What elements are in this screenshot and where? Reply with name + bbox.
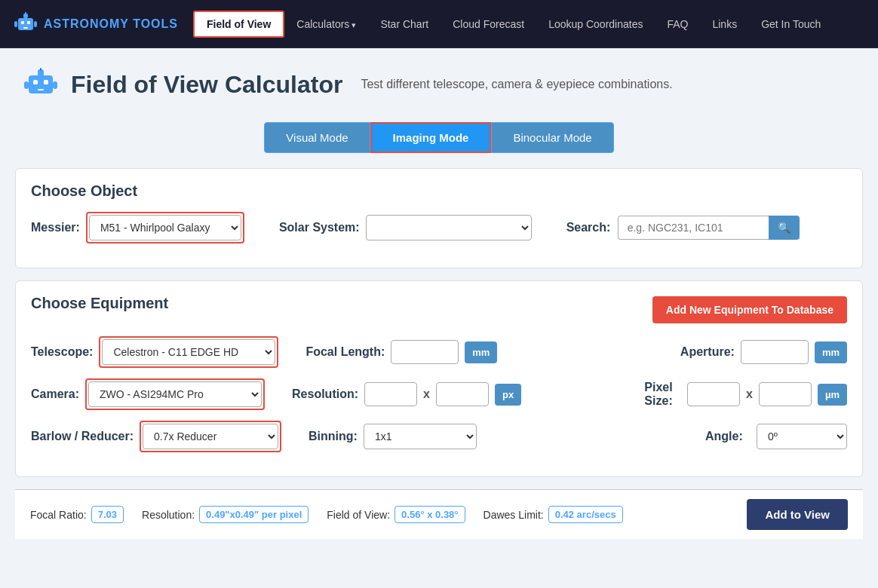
pixel-size-unit: µm [818,384,847,406]
search-group: Search: 🔍 [566,216,800,240]
fov-value: 0.56° x 0.38° [394,506,465,523]
dawes-value: 0.42 arc/secs [548,506,623,523]
binning-group: Binning: 1x1 2x2 3x3 4x4 [309,424,477,449]
mode-tabs: Visual Mode Imaging Mode Binocular Mode [15,122,863,153]
barlow-select-wrapper: 0.7x Reducer 1x (None) 2x Barlow 3x Barl… [140,421,281,452]
barlow-group: Barlow / Reducer: 0.7x Reducer 1x (None)… [31,421,281,452]
pixel-size-group: PixelSize: 4.63 x 4.63 µm [636,381,847,408]
footer-bar: Focal Ratio: 7.03 Resolution: 0.49"x0.49… [15,489,863,539]
svg-rect-14 [24,81,29,89]
focal-length-input[interactable]: 2800.00 [391,340,459,364]
tab-imaging-mode[interactable]: Imaging Mode [370,122,492,153]
main-content: Field of View Calculator Test different … [0,48,878,588]
resolution-y-input[interactable]: 2822. [436,382,489,406]
nav-item-contact[interactable]: Get In Touch [749,12,833,36]
pixel-size-x-separator: x [746,387,753,401]
solar-group: Solar System: Mercury Venus Mars Jupiter… [279,215,532,240]
svg-rect-8 [29,75,53,93]
binning-select[interactable]: 1x1 2x2 3x3 4x4 [364,424,477,449]
resolution-x-separator: x [423,387,430,401]
focal-ratio-stat: Focal Ratio: 7.03 [30,506,124,523]
svg-rect-6 [14,21,17,27]
nav-item-cloudforecast[interactable]: Cloud Forecast [441,12,536,36]
messier-select[interactable]: M51 - Whirlpool Galaxy M31 - Andromeda G… [89,215,241,240]
page-subtitle: Test different telescope, camera & eyepi… [361,78,672,91]
svg-rect-5 [25,12,26,15]
messier-label: Messier: [31,221,80,234]
telescope-select[interactable]: Celestron - C11 EDGE HD Celestron - C8 E… [102,339,275,365]
search-input-group: 🔍 [618,216,800,240]
search-input[interactable] [618,216,769,240]
barlow-select[interactable]: 0.7x Reducer 1x (None) 2x Barlow 3x Barl… [143,424,278,449]
telescope-label: Telescope: [31,345,93,359]
nav-items: Field of View Calculators Star Chart Clo… [193,11,870,38]
svg-rect-11 [38,89,44,90]
choose-object-title: Choose Object [31,182,847,200]
svg-rect-3 [23,27,28,29]
svg-rect-15 [53,81,57,89]
resolution-x-input[interactable]: 4144. [364,382,417,406]
barlow-row: Barlow / Reducer: 0.7x Reducer 1x (None)… [31,421,847,452]
svg-rect-2 [27,21,30,24]
resolution-label: Resolution: [292,387,358,401]
aperture-unit: mm [815,341,847,363]
focal-ratio-value: 7.03 [91,506,124,523]
site-logo[interactable]: ASTRONOMY TOOLS [8,11,178,38]
fov-stat: Field of View: 0.56° x 0.38° [327,506,465,523]
camera-select[interactable]: ZWO - ASI294MC Pro ZWO - ASI1600MM Pro C… [88,381,262,407]
svg-rect-9 [33,80,38,84]
page-title: Field of View Calculator [71,71,342,99]
solar-label: Solar System: [279,221,360,234]
pixel-size-y-input[interactable]: 4.63 [759,382,812,406]
nav-item-faq[interactable]: FAQ [655,12,700,36]
choose-object-section: Choose Object Messier: M51 - Whirlpool G… [15,168,863,268]
tab-visual-mode[interactable]: Visual Mode [264,122,370,153]
dawes-stat: Dawes Limit: 0.42 arc/secs [484,506,623,523]
search-label: Search: [566,221,612,234]
focal-length-group: Focal Length: 2800.00 mm [305,340,497,364]
svg-rect-10 [44,80,48,84]
nav-item-lookup[interactable]: Lookup Coordinates [536,12,655,36]
pixel-size-x-input[interactable]: 4.63 [687,382,740,406]
equipment-header: Choose Equipment Add New Equipment To Da… [31,295,847,324]
telescope-select-wrapper: Celestron - C11 EDGE HD Celestron - C8 E… [99,336,278,368]
camera-row: Camera: ZWO - ASI294MC Pro ZWO - ASI1600… [31,378,847,410]
telescope-row: Telescope: Celestron - C11 EDGE HD Celes… [31,336,847,368]
page-header: Field of View Calculator Test different … [15,48,863,115]
add-equipment-button[interactable]: Add New Equipment To Database [652,296,847,323]
nav-item-calculators[interactable]: Calculators [284,12,368,36]
camera-group: Camera: ZWO - ASI294MC Pro ZWO - ASI1600… [31,378,265,410]
fov-label: Field of View: [327,509,390,521]
angle-label: Angle: [705,430,751,443]
resolution-group: Resolution: 4144. x 2822. px [292,382,521,406]
choose-equipment-title: Choose Equipment [31,295,168,312]
angle-group: Angle: 0º 45º 90º 135º 180º [705,424,847,449]
logo-text: ASTRONOMY TOOLS [44,17,178,31]
dawes-label: Dawes Limit: [484,509,544,521]
messier-group: Messier: M51 - Whirlpool Galaxy M31 - An… [31,212,244,243]
add-to-view-button[interactable]: Add to View [747,499,848,530]
camera-label: Camera: [31,387,79,401]
messier-select-wrapper: M51 - Whirlpool Galaxy M31 - Andromeda G… [86,212,244,243]
solar-select[interactable]: Mercury Venus Mars Jupiter Saturn [366,215,532,240]
nav-item-links[interactable]: Links [700,12,749,36]
barlow-label: Barlow / Reducer: [31,430,134,443]
svg-rect-1 [21,21,24,24]
angle-select[interactable]: 0º 45º 90º 135º 180º [757,424,847,449]
aperture-input[interactable]: 279.00 [741,340,809,364]
resolution-stat: Resolution: 0.49"x0.49" per pixel [142,506,309,523]
telescope-group: Telescope: Celestron - C11 EDGE HD Celes… [31,336,278,368]
resolution-footer-value: 0.49"x0.49" per pixel [199,506,309,523]
svg-rect-7 [34,21,37,27]
nav-item-starchart[interactable]: Star Chart [368,12,441,36]
navbar: ASTRONOMY TOOLS Field of View Calculator… [0,0,878,48]
resolution-unit: px [495,384,521,406]
nav-item-fov[interactable]: Field of View [193,11,284,38]
tab-binocular-mode[interactable]: Binocular Mode [491,122,613,153]
resolution-footer-label: Resolution: [142,509,195,521]
object-form-row: Messier: M51 - Whirlpool Galaxy M31 - An… [31,212,847,243]
camera-select-wrapper: ZWO - ASI294MC Pro ZWO - ASI1600MM Pro C… [85,378,265,410]
aperture-group: Aperture: 279.00 mm [680,340,847,364]
aperture-label: Aperture: [680,345,735,359]
search-button[interactable]: 🔍 [769,216,800,240]
